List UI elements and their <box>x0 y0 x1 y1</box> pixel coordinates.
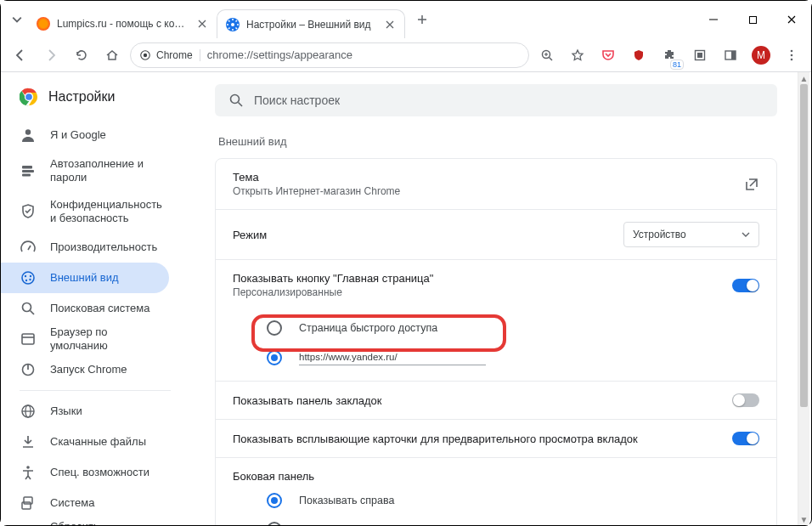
bookmarks-bar-row: Показывать панель закладок <box>216 381 776 419</box>
svg-point-48 <box>231 95 240 104</box>
back-button[interactable] <box>8 42 33 68</box>
reload-button[interactable] <box>69 42 94 68</box>
svg-line-37 <box>31 311 35 315</box>
sidebar-item-shield[interactable]: Конфиденциальность и безопасность <box>1 191 169 232</box>
sidebar-item-label: Внешний вид <box>50 271 119 285</box>
mode-select[interactable]: Устройство <box>623 222 759 247</box>
profile-avatar[interactable]: М <box>748 42 774 68</box>
home-button-label: Показывать кнопку "Главная страница" <box>233 272 433 285</box>
radio-icon <box>267 320 282 336</box>
sidebar-item-key[interactable]: Автозаполнение и пароли <box>1 150 169 191</box>
search-icon <box>20 300 37 317</box>
omnibox[interactable]: Chrome chrome://settings/appearance <box>130 42 529 68</box>
sidebar-title: Настройки <box>48 89 115 105</box>
theme-row[interactable]: Тема Открыть Интернет-магазин Chrome <box>216 159 776 209</box>
sidebar-item-label: Скачанные файлы <box>50 435 146 449</box>
home-button[interactable] <box>99 42 125 68</box>
sidebar-item-label: Спец. возможности <box>50 466 149 479</box>
svg-rect-17 <box>697 53 702 58</box>
home-button-options: Страница быстрого доступа <box>216 310 776 381</box>
side-panel-label: Боковая панель <box>233 470 314 483</box>
window-close-button[interactable] <box>772 1 811 38</box>
sidebar-item-label: Запуск Chrome <box>50 363 127 376</box>
close-icon[interactable] <box>196 18 208 30</box>
puzzle-icon[interactable] <box>687 42 713 68</box>
browser-tab-lumpics[interactable]: Lumpics.ru - помощь с компью <box>28 9 217 38</box>
tab-title: Настройки – Внешний вид <box>246 19 377 31</box>
forward-button[interactable] <box>38 42 64 68</box>
kebab-menu[interactable] <box>779 42 804 68</box>
browser-tab-settings[interactable]: Настройки – Внешний вид <box>217 9 405 38</box>
titlebar: Lumpics.ru - помощь с компью Настройки –… <box>1 1 811 38</box>
svg-line-7 <box>228 27 230 29</box>
sidebar-item-reset[interactable]: Сбросить настройки <box>1 518 169 525</box>
close-icon[interactable] <box>384 19 396 31</box>
svg-point-0 <box>231 23 234 26</box>
bookmarks-bar-toggle[interactable] <box>732 393 759 407</box>
extensions-button[interactable]: 81 <box>657 42 682 68</box>
search-placeholder: Поиск настроек <box>254 93 340 107</box>
content: Настройки Я и GoogleАвтозаполнение и пар… <box>1 72 811 525</box>
sidebar-item-globe[interactable]: Языки <box>1 396 169 427</box>
search-icon <box>228 93 244 108</box>
sidebar-item-label: Я и Google <box>50 128 106 142</box>
home-button-toggle[interactable] <box>732 279 759 292</box>
scroll-down-arrow[interactable]: ▼ <box>798 513 809 525</box>
svg-rect-38 <box>22 334 34 344</box>
sidebar-item-accessibility[interactable]: Спец. возможности <box>1 457 169 488</box>
radio-custom-url[interactable] <box>233 342 759 372</box>
window-maximize-button[interactable] <box>733 1 772 38</box>
chrome-logo-icon <box>20 88 38 106</box>
bookmark-button[interactable] <box>565 42 590 68</box>
settings-search-input[interactable]: Поиск настроек <box>215 84 777 116</box>
svg-point-25 <box>25 93 32 100</box>
sidebar-item-appearance[interactable]: Внешний вид <box>1 263 169 293</box>
hover-cards-row: Показывать всплывающие карточки для пред… <box>216 419 776 457</box>
radio-icon <box>267 350 282 365</box>
sidebar-item-power[interactable]: Запуск Chrome <box>1 354 169 385</box>
radio-quick-access[interactable]: Страница быстрого доступа <box>233 314 759 342</box>
new-tab-button[interactable] <box>410 8 434 31</box>
pocket-icon[interactable] <box>595 42 621 68</box>
sidebar-item-download[interactable]: Скачанные файлы <box>1 427 169 457</box>
theme-label: Тема <box>233 171 400 184</box>
sidebar-item-system[interactable]: Система <box>1 488 169 518</box>
shield-icon <box>20 203 37 220</box>
custom-url-input[interactable] <box>299 349 486 365</box>
favicon-settings <box>226 18 240 31</box>
side-panel-button[interactable] <box>718 42 743 68</box>
mode-row: Режим Устройство <box>216 209 776 259</box>
zoom-button[interactable] <box>534 42 560 68</box>
radio-side-panel-right[interactable]: Показывать справа <box>233 486 759 515</box>
side-panel-row: Боковая панель <box>216 457 776 486</box>
scroll-up-arrow[interactable]: ▲ <box>798 72 809 84</box>
site-chip[interactable]: Chrome <box>139 49 200 61</box>
section-title: Внешний вид <box>215 135 777 148</box>
scrollbar-thumb[interactable] <box>800 84 808 407</box>
svg-line-30 <box>28 246 31 250</box>
appearance-card: Тема Открыть Интернет-магазин Chrome Реж… <box>215 158 777 525</box>
accessibility-icon <box>20 464 37 481</box>
svg-rect-19 <box>731 51 736 59</box>
sidebar-item-speed[interactable]: Производительность <box>1 232 169 263</box>
svg-point-33 <box>30 275 31 277</box>
sidebar-item-search[interactable]: Поисковая система <box>1 293 169 324</box>
svg-point-11 <box>144 53 147 56</box>
radio-side-panel-left[interactable]: Показывать слева <box>233 515 759 525</box>
vertical-scrollbar[interactable]: ▲ ▼ <box>798 72 809 525</box>
svg-point-31 <box>22 272 34 284</box>
window-minimize-button[interactable] <box>694 1 733 38</box>
download-icon <box>20 433 37 450</box>
sidebar-item-browser[interactable]: Браузер по умолчанию <box>1 324 169 354</box>
sidebar-item-person[interactable]: Я и Google <box>1 120 169 150</box>
radio-label: Показывать справа <box>299 495 394 506</box>
ublock-icon[interactable] <box>626 42 651 68</box>
svg-line-5 <box>228 20 230 22</box>
bookmarks-bar-label: Показывать панель закладок <box>233 394 382 407</box>
svg-rect-27 <box>22 166 32 169</box>
hover-cards-toggle[interactable] <box>732 432 759 445</box>
sidebar-item-label: Сбросить настройки <box>50 520 154 525</box>
svg-line-13 <box>550 57 553 60</box>
appearance-icon <box>20 269 37 286</box>
tab-search-button[interactable] <box>9 12 25 27</box>
